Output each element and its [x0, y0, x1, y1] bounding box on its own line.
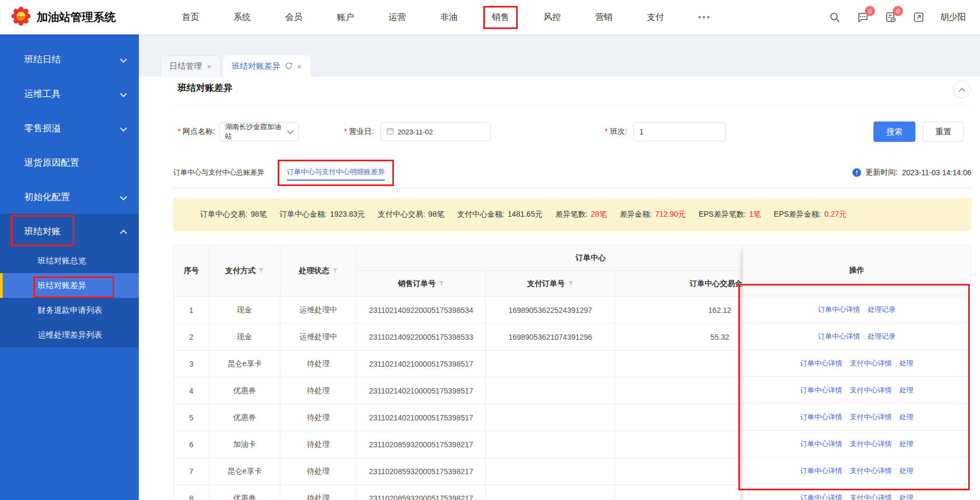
- link-pay-center-detail[interactable]: 支付中心详情: [850, 359, 892, 368]
- reset-button[interactable]: 重置: [923, 122, 964, 142]
- cell-pay-method: 昆仑e享卡: [209, 458, 280, 485]
- nav-item-marketing[interactable]: 营销: [595, 12, 612, 23]
- cell-process-status: 待处理: [280, 404, 357, 431]
- link-order-center-detail[interactable]: 订单中心详情: [818, 332, 860, 341]
- close-tab-icon[interactable]: ×: [207, 62, 211, 70]
- nav-item-sales[interactable]: 销售: [483, 6, 518, 29]
- tab-label: 日结管理: [170, 61, 202, 72]
- sidebar-subitem-recon-overview[interactable]: 班结对账总览: [0, 248, 139, 273]
- topbar-actions: 0 0 胡少阳: [828, 11, 980, 24]
- info-icon: !: [852, 168, 861, 177]
- actions-rows: 订单中心详情处理记录订单中心详情处理记录订单中心详情支付中心详情处理订单中心详情…: [743, 296, 970, 500]
- link-process-record[interactable]: 处理记录: [868, 332, 896, 341]
- col-pay-order-no[interactable]: 支付订单号: [486, 271, 615, 297]
- filter-buttons: 搜索 重置: [873, 122, 964, 142]
- todo-badge: 0: [893, 6, 903, 16]
- search-button[interactable]: 搜索: [873, 122, 915, 142]
- filter-funnel-icon[interactable]: [568, 281, 574, 287]
- link-order-center-detail[interactable]: 订单中心详情: [800, 466, 842, 476]
- tab-shift-recon-diff[interactable]: 班结对账差异×: [223, 55, 311, 77]
- brand: 加油站管理系统: [0, 6, 139, 28]
- sidebar-item-ops-tools[interactable]: 运维工具: [0, 76, 139, 111]
- business-date-picker[interactable]: 2023-11-02: [380, 122, 491, 141]
- nav-item-home[interactable]: 首页: [182, 12, 199, 23]
- business-date-value: 2023-11-02: [398, 128, 433, 136]
- filter-funnel-icon[interactable]: [258, 268, 264, 274]
- cell-process-status: 待处理: [280, 351, 357, 377]
- link-process[interactable]: 处理: [899, 493, 913, 500]
- link-order-center-detail[interactable]: 订单中心详情: [800, 385, 842, 395]
- col-process-status[interactable]: 处理状态: [280, 245, 357, 297]
- link-order-center-detail[interactable]: 订单中心详情: [800, 359, 842, 368]
- sidebar: 班结日结运维工具零售损溢退货原因配置初始化配置 班结对账 班结对账总览班结对账差…: [0, 34, 139, 500]
- link-pay-center-detail[interactable]: 支付中心详情: [850, 385, 892, 395]
- cell-amount: 55.32: [615, 324, 743, 351]
- search-icon[interactable]: [828, 11, 841, 24]
- refresh-tab-icon[interactable]: [285, 62, 292, 71]
- diff-table-header: 序号支付方式处理状态订单中心销售订单号支付订单号订单中心交易金额: [174, 245, 743, 297]
- actions-row: 订单中心详情支付中心详情处理: [743, 350, 970, 377]
- summary-item: EPS差异笔数:1笔: [699, 210, 761, 219]
- sidebar-item-retail-loss[interactable]: 零售损溢: [0, 111, 139, 145]
- nav-item-system[interactable]: 系统: [234, 12, 251, 23]
- filter-funnel-icon[interactable]: [439, 281, 445, 287]
- col-pay-method[interactable]: 支付方式: [209, 245, 280, 297]
- cell-pay-order-no: 16989053621074391296: [486, 324, 615, 351]
- diff-table-scroll-area[interactable]: 序号支付方式处理状态订单中心销售订单号支付订单号订单中心交易金额 1现金运维处理…: [173, 245, 743, 500]
- nav-item-member[interactable]: 会员: [285, 12, 302, 23]
- link-process[interactable]: 处理: [899, 412, 913, 422]
- sidebar-item-init-config[interactable]: 初始化配置: [0, 180, 139, 214]
- link-process[interactable]: 处理: [899, 385, 913, 395]
- sidebar-subitem-recon-diff[interactable]: 班结对账差异: [0, 273, 139, 298]
- cell-amount: 162.12: [615, 297, 743, 324]
- summary-value: 1笔: [749, 210, 761, 219]
- sidebar-subitem-ops-diff-list[interactable]: 运维处理差异列表: [0, 323, 139, 347]
- summary-item: 差异笔数:28笔: [555, 210, 607, 219]
- close-tab-icon[interactable]: ×: [297, 62, 302, 70]
- cell-seq: 7: [174, 458, 209, 485]
- subtab-detail-ledger-diff[interactable]: 订单中心与支付中心明细账差异: [287, 167, 385, 181]
- actions-fixed-column: 操作 订单中心详情处理记录订单中心详情处理记录订单中心详情支付中心详情处理订单中…: [743, 245, 971, 500]
- link-process[interactable]: 处理: [899, 439, 913, 449]
- link-order-center-detail[interactable]: 订单中心详情: [800, 412, 842, 422]
- collapse-panel-button[interactable]: [953, 81, 970, 98]
- col-sale-order-no[interactable]: 销售订单号: [357, 271, 486, 297]
- link-process[interactable]: 处理: [899, 466, 913, 476]
- link-pay-center-detail[interactable]: 支付中心详情: [850, 439, 892, 449]
- cell-seq: 3: [174, 351, 209, 377]
- divider: [173, 105, 971, 106]
- sidebar-subitem-finance-refund-list[interactable]: 财务退款申请列表: [0, 298, 139, 323]
- nav-item-account[interactable]: 账户: [337, 12, 354, 23]
- link-pay-center-detail[interactable]: 支付中心详情: [850, 466, 892, 476]
- link-order-center-detail[interactable]: 订单中心详情: [818, 305, 860, 315]
- column-header-label: 支付方式: [225, 266, 256, 275]
- link-pay-center-detail[interactable]: 支付中心详情: [850, 493, 892, 500]
- sidebar-item-shift-daily-close[interactable]: 班结日结: [0, 42, 139, 76]
- tab-daily-close-management[interactable]: 日结管理×: [160, 55, 221, 77]
- nav-item-nonoil[interactable]: 非油: [440, 12, 457, 23]
- todo-list-icon[interactable]: 0: [884, 11, 897, 24]
- fullscreen-icon[interactable]: [912, 11, 925, 24]
- shift-input[interactable]: 1: [633, 122, 726, 141]
- summary-value: 28笔: [591, 210, 607, 219]
- station-select[interactable]: 湖南长沙金霞加油站: [219, 122, 299, 141]
- filter-funnel-icon[interactable]: [332, 268, 338, 274]
- sidebar-item-shift-reconciliation[interactable]: 班结对账: [0, 214, 139, 248]
- link-pay-center-detail[interactable]: 支付中心详情: [850, 412, 892, 422]
- current-user[interactable]: 胡少阳: [940, 12, 966, 23]
- sidebar-item-return-reason-config[interactable]: 退货原因配置: [0, 145, 139, 180]
- link-process-record[interactable]: 处理记录: [868, 305, 896, 315]
- link-process[interactable]: 处理: [899, 359, 913, 368]
- cell-process-status: 待处理: [280, 431, 357, 458]
- messages-icon[interactable]: 0: [856, 11, 869, 24]
- subtab-total-ledger-diff[interactable]: 订单中心与支付中心总账差异: [173, 168, 264, 177]
- nav-item-operations[interactable]: 运营: [389, 12, 406, 23]
- nav-item-risk-control[interactable]: 风控: [544, 12, 561, 23]
- actions-row: 订单中心详情处理记录: [743, 296, 970, 323]
- link-order-center-detail[interactable]: 订单中心详情: [800, 439, 842, 449]
- nav-item-payment[interactable]: 支付: [647, 12, 664, 23]
- col-actions: 操作: [743, 245, 970, 296]
- link-order-center-detail[interactable]: 订单中心详情: [800, 493, 842, 500]
- cell-pay-order-no: [486, 458, 615, 485]
- nav-more-icon[interactable]: [699, 16, 709, 18]
